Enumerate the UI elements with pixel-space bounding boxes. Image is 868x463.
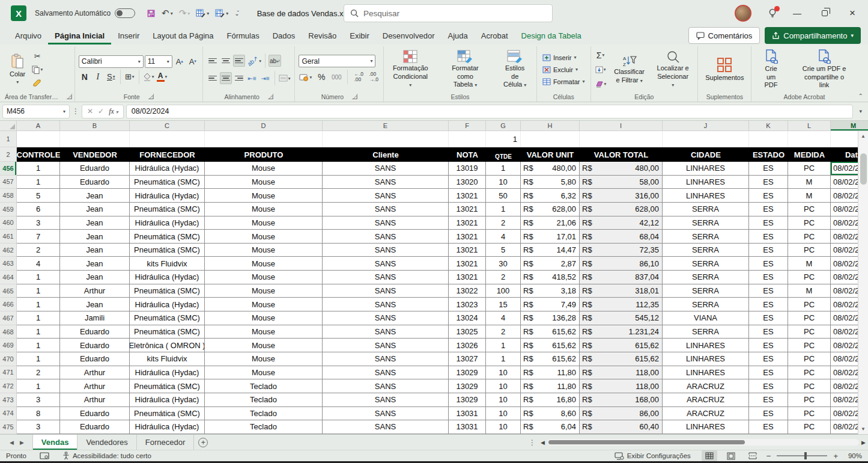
cell[interactable]: Jean xyxy=(60,271,130,284)
cell[interactable]: Mouse xyxy=(205,244,323,257)
cell[interactable]: PC xyxy=(788,325,831,339)
cell[interactable]: 1 xyxy=(17,176,60,189)
cell[interactable]: 4 xyxy=(486,311,521,325)
cell[interactable]: Jean xyxy=(60,216,130,230)
cell[interactable]: R$86,10 xyxy=(580,257,663,271)
cell[interactable]: 6 xyxy=(17,203,60,216)
number-format-select[interactable]: Geral▾ xyxy=(299,55,375,67)
cell[interactable]: R$168,00 xyxy=(580,393,663,407)
cell[interactable]: M xyxy=(788,176,831,189)
row-header[interactable]: 458 xyxy=(0,189,17,203)
cell[interactable]: 10 xyxy=(486,407,521,421)
insert-function-icon[interactable]: fx ▾ xyxy=(109,107,118,116)
cell[interactable]: SERRA xyxy=(663,257,749,271)
delete-cells-button[interactable]: Excluir▾ xyxy=(541,66,580,74)
table-header-estado[interactable]: ESTADO xyxy=(749,147,788,162)
cell[interactable]: 1 xyxy=(17,162,60,176)
align-middle-icon[interactable] xyxy=(220,55,232,67)
table-header-qtde[interactable]: QTDE xyxy=(486,147,521,162)
cell[interactable]: PC xyxy=(788,352,831,366)
cell[interactable] xyxy=(17,131,60,147)
cell[interactable] xyxy=(323,131,449,147)
cell[interactable]: 2 xyxy=(486,271,521,284)
zoom-level[interactable]: 90% xyxy=(844,452,862,459)
formula-input[interactable]: 08/02/2024 xyxy=(126,105,854,118)
cell[interactable]: 13025 xyxy=(449,325,486,339)
cell[interactable]: 13024 xyxy=(449,311,486,325)
fill-color-icon[interactable]: ▾ xyxy=(142,71,155,83)
column-header-D[interactable]: D xyxy=(205,121,323,130)
cell[interactable]: SANS xyxy=(323,216,449,230)
cell[interactable]: 1 xyxy=(486,131,521,147)
cell[interactable]: R$615,62 xyxy=(580,352,663,366)
cell[interactable]: R$118,00 xyxy=(580,366,663,380)
cell[interactable]: Eduardo xyxy=(60,352,130,366)
cell[interactable]: ES xyxy=(749,216,788,230)
cell[interactable]: R$17,01 xyxy=(521,230,580,244)
cell[interactable]: 2 xyxy=(17,366,60,380)
macro-record-icon[interactable] xyxy=(40,452,49,459)
cell[interactable]: ES xyxy=(749,325,788,339)
clipboard-dialog-launcher-icon[interactable]: ◿ xyxy=(67,94,72,99)
row-header[interactable]: 459 xyxy=(0,203,17,216)
excel-logo-icon[interactable]: X xyxy=(11,5,26,21)
undo-icon[interactable]: ↶▾ xyxy=(160,7,175,20)
cell[interactable]: 3 xyxy=(17,393,60,407)
column-header-H[interactable]: H xyxy=(521,121,580,130)
cell[interactable]: SERRA xyxy=(663,203,749,216)
column-header-I[interactable]: I xyxy=(580,121,663,130)
cell[interactable]: Arthur xyxy=(60,366,130,380)
row-header[interactable]: 475 xyxy=(0,420,17,434)
addins-button[interactable]: Suplementos xyxy=(702,56,747,84)
cell[interactable]: Mouse xyxy=(205,257,323,271)
cell[interactable]: LINHARES xyxy=(663,189,749,203)
cell[interactable]: PC xyxy=(788,366,831,380)
cell[interactable]: Teclado xyxy=(205,407,323,421)
format-painter-icon[interactable] xyxy=(31,77,43,89)
cancel-entry-icon[interactable]: ✕ xyxy=(87,107,93,115)
cell[interactable]: VIANA xyxy=(663,311,749,325)
cell[interactable]: LINHARES xyxy=(663,162,749,176)
cell[interactable]: R$545,12 xyxy=(580,311,663,325)
cell[interactable]: R$837,04 xyxy=(580,271,663,284)
cell[interactable]: R$60,40 xyxy=(580,420,663,434)
cell[interactable]: R$480,00 xyxy=(521,162,580,176)
cell[interactable]: Jean xyxy=(60,257,130,271)
cell[interactable]: SANS xyxy=(323,379,449,393)
alignment-dialog-launcher-icon[interactable]: ◿ xyxy=(268,94,273,99)
cell[interactable]: Mouse xyxy=(205,284,323,298)
cell[interactable]: Pneumática (SMC) xyxy=(130,407,205,421)
cell[interactable]: Mouse xyxy=(205,298,323,311)
cell[interactable]: ES xyxy=(749,420,788,434)
cell[interactable]: PC xyxy=(788,298,831,311)
cell[interactable]: Arthur xyxy=(60,284,130,298)
cell[interactable]: 13029 xyxy=(449,393,486,407)
row-header[interactable]: 470 xyxy=(0,352,17,366)
cell[interactable]: Eduardo xyxy=(60,420,130,434)
row-header[interactable]: 456 xyxy=(0,162,17,176)
cell[interactable] xyxy=(580,131,663,147)
cell[interactable]: 10 xyxy=(486,366,521,380)
cell[interactable]: R$628,00 xyxy=(580,203,663,216)
align-top-icon[interactable] xyxy=(207,55,219,67)
zoom-out-icon[interactable]: − xyxy=(766,452,771,461)
tab-arquivo[interactable]: Arquivo xyxy=(8,26,48,44)
cell[interactable]: R$2,87 xyxy=(521,257,580,271)
cell[interactable]: 1 xyxy=(17,311,60,325)
feedback-lightbulb-icon[interactable] xyxy=(763,4,782,22)
row-header[interactable]: 462 xyxy=(0,244,17,257)
cell[interactable]: R$316,00 xyxy=(580,189,663,203)
cell[interactable]: Eletrônica ( OMRON ) xyxy=(130,339,205,352)
display-settings-button[interactable]: Exibir Configurações xyxy=(615,452,691,460)
cell[interactable] xyxy=(60,131,130,147)
cell[interactable]: 13021 xyxy=(449,257,486,271)
cell[interactable]: PC xyxy=(788,162,831,176)
cell[interactable]: ES xyxy=(749,257,788,271)
cell[interactable]: 30 xyxy=(486,257,521,271)
cell[interactable] xyxy=(449,131,486,147)
cell[interactable]: 5 xyxy=(486,244,521,257)
cell[interactable]: SERRA xyxy=(663,284,749,298)
increase-indent-icon[interactable]: ⇥≡ xyxy=(259,72,272,84)
cell[interactable]: Hidráulica (Hydac) xyxy=(130,366,205,380)
search-box[interactable] xyxy=(344,4,553,22)
